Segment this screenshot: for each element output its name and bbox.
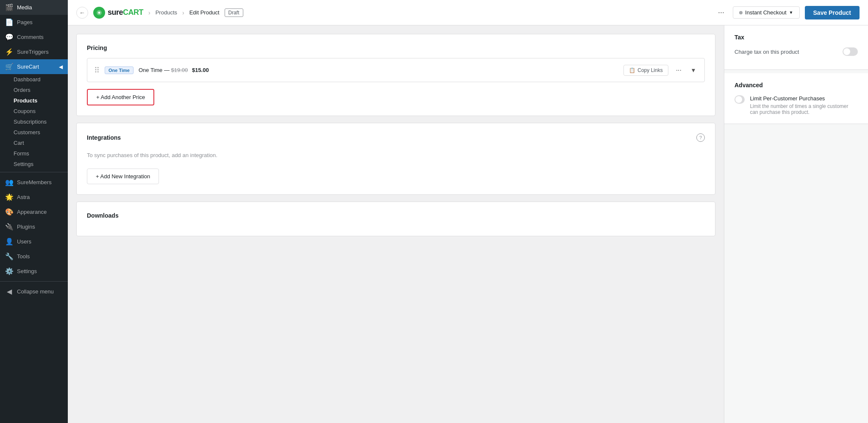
sidebar-item-appearance[interactable]: 🎨 Appearance (0, 205, 68, 219)
sidebar-item-label: Comments (17, 34, 44, 40)
logo-icon (93, 7, 105, 19)
sidebar-item-tools[interactable]: 🔧 Tools (0, 249, 68, 264)
surecart-icon: 🛒 (5, 63, 14, 71)
chevron-down-icon: ▼ (789, 10, 793, 15)
instant-checkout-dot (739, 11, 743, 14)
comments-icon: 💬 (5, 33, 14, 41)
sidebar-item-label: Appearance (17, 209, 47, 215)
sidebar-item-surecart[interactable]: 🛒 SureCart ◀ (0, 59, 68, 74)
sidebar-item-pages[interactable]: 📄 Pages (0, 15, 68, 30)
integrations-title: Integrations (87, 134, 121, 141)
main-content: Pricing ⠿ One Time One Time — $19.00 $15… (68, 25, 724, 423)
pages-icon: 📄 (5, 18, 14, 26)
sidebar-sub-forms[interactable]: Forms (0, 148, 68, 159)
sidebar-item-media[interactable]: 🎬 Media (0, 0, 68, 15)
sidebar-item-users[interactable]: 👤 Users (0, 234, 68, 249)
sidebar-sub-cart[interactable]: Cart (0, 138, 68, 148)
price-new: $15.00 (192, 67, 209, 73)
sidebar-sub-products[interactable]: Products (0, 95, 68, 106)
sidebar-item-label: Collapse menu (17, 288, 54, 295)
copy-icon: 📋 (629, 67, 635, 73)
limit-sub-label: Limit the number of times a single custo… (750, 103, 858, 115)
add-new-integration-button[interactable]: + Add New Integration (87, 169, 159, 184)
limit-purchases-row: Limit Per-Customer Purchases Limit the n… (734, 95, 858, 115)
tax-title: Tax (734, 34, 858, 41)
sidebar-item-label: Users (17, 238, 31, 245)
sidebar-sub-subscriptions[interactable]: Subscriptions (0, 116, 68, 127)
downloads-card: Downloads (76, 202, 715, 236)
more-options-button[interactable]: ··· (715, 6, 728, 19)
sidebar-item-label: Media (17, 4, 32, 11)
breadcrumb-sep-1: › (148, 9, 150, 16)
sidebar-sub-dashboard[interactable]: Dashboard (0, 74, 68, 85)
sidebar-item-comments[interactable]: 💬 Comments (0, 30, 68, 44)
sidebar-item-label: Plugins (17, 224, 35, 230)
price-label: One Time — (139, 67, 170, 73)
breadcrumb-products[interactable]: Products (156, 9, 177, 16)
logo: sureCART (93, 7, 143, 19)
advanced-section: Advanced Limit Per-Customer Purchases Li… (724, 73, 868, 124)
drag-handle-icon[interactable]: ⠿ (94, 66, 100, 75)
sidebar-sub-orders[interactable]: Orders (0, 85, 68, 95)
copy-links-label: Copy Links (637, 67, 662, 73)
sidebar-item-astra[interactable]: 🌟 Astra (0, 190, 68, 205)
charge-tax-label: Charge tax on this product (734, 49, 799, 55)
integration-empty-text: To sync purchases of this product, add a… (87, 149, 705, 162)
tools-icon: 🔧 (5, 252, 14, 260)
advanced-title: Advanced (734, 82, 858, 88)
pricing-item: ⠿ One Time One Time — $19.00 $15.00 📋 Co… (87, 58, 705, 82)
pricing-title: Pricing (87, 44, 705, 51)
limit-purchases-toggle[interactable] (734, 95, 745, 104)
limit-label: Limit Per-Customer Purchases (750, 95, 858, 102)
sidebar-sub-customers[interactable]: Customers (0, 127, 68, 138)
price-type-badge: One Time (105, 66, 134, 74)
topbar: ← sureCART › Products › Edit Product Dra… (68, 0, 868, 25)
price-old: $19.00 (171, 67, 188, 73)
right-sidebar: Tax Charge tax on this product Advanced … (724, 25, 868, 423)
help-icon[interactable]: ? (696, 133, 705, 142)
price-expand-button[interactable]: ▾ (689, 64, 698, 76)
sidebar-item-label: Settings (17, 268, 37, 274)
sidebar-sub-settings[interactable]: Settings (0, 159, 68, 169)
draft-badge: Draft (225, 8, 243, 17)
back-button[interactable]: ← (76, 7, 88, 19)
downloads-title: Downloads (87, 212, 705, 219)
sidebar-item-label: Tools (17, 253, 30, 260)
save-product-button[interactable]: Save Product (805, 6, 860, 19)
breadcrumb-edit-product: Edit Product (189, 9, 220, 16)
sidebar-item-collapse[interactable]: ◀ Collapse menu (0, 284, 68, 299)
logo-text: sureCART (108, 8, 143, 17)
sidebar-item-label: SureCart (17, 64, 39, 70)
sidebar: 🎬 Media 📄 Pages 💬 Comments ⚡ SureTrigger… (0, 0, 68, 423)
price-more-button[interactable]: ··· (673, 65, 684, 76)
charge-tax-row: Charge tax on this product (734, 47, 858, 56)
sidebar-item-label: SureTriggers (17, 49, 49, 55)
settings-icon: ⚙️ (5, 267, 14, 275)
limit-purchases-text: Limit Per-Customer Purchases Limit the n… (750, 95, 858, 115)
astra-icon: 🌟 (5, 193, 14, 201)
sidebar-item-label: Pages (17, 19, 33, 25)
sidebar-item-suretriggers[interactable]: ⚡ SureTriggers (0, 44, 68, 59)
add-another-price-button[interactable]: + Add Another Price (87, 89, 154, 105)
sidebar-item-suremembers[interactable]: 👥 SureMembers (0, 175, 68, 190)
pricing-card: Pricing ⠿ One Time One Time — $19.00 $15… (76, 34, 715, 116)
main-area: ← sureCART › Products › Edit Product Dra… (68, 0, 868, 423)
sidebar-sub-coupons[interactable]: Coupons (0, 106, 68, 116)
price-description: One Time — $19.00 $15.00 (139, 67, 618, 73)
sidebar-item-label: SureMembers (17, 179, 52, 185)
instant-checkout-label: Instant Checkout (745, 9, 787, 16)
sidebar-item-settings[interactable]: ⚙️ Settings (0, 264, 68, 279)
content-area: Pricing ⠿ One Time One Time — $19.00 $15… (68, 25, 868, 423)
appearance-icon: 🎨 (5, 208, 14, 216)
charge-tax-toggle[interactable] (843, 47, 858, 56)
plugins-icon: 🔌 (5, 223, 14, 231)
integrations-header: Integrations ? (87, 133, 705, 142)
integrations-card: Integrations ? To sync purchases of this… (76, 123, 715, 195)
users-icon: 👤 (5, 238, 14, 246)
breadcrumb-sep-2: › (182, 9, 184, 16)
sidebar-item-plugins[interactable]: 🔌 Plugins (0, 219, 68, 234)
collapse-icon: ◀ (5, 288, 14, 296)
copy-links-button[interactable]: 📋 Copy Links (623, 65, 668, 76)
instant-checkout-button[interactable]: Instant Checkout ▼ (733, 6, 799, 19)
sidebar-item-label: Astra (17, 194, 30, 200)
